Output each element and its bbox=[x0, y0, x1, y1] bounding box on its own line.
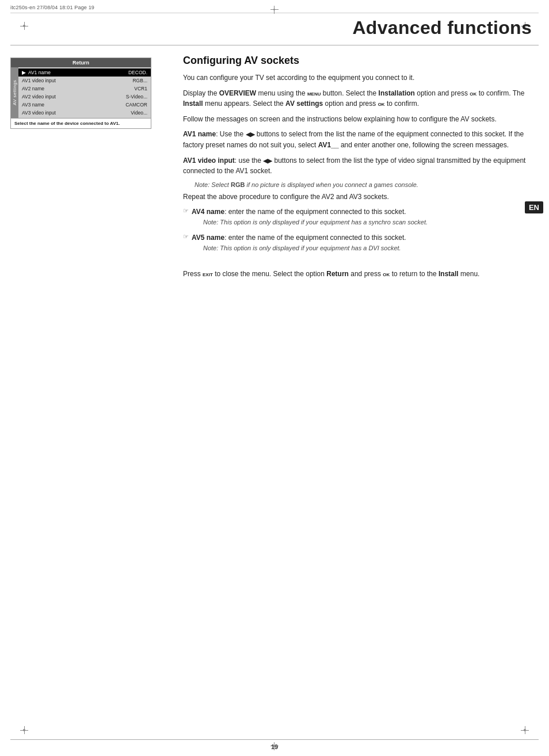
menu-item-av2-video-value: S-Video... bbox=[126, 94, 147, 100]
av1-video-heading: AV1 video input bbox=[183, 156, 235, 165]
menu-item-av1-name: ▶ AV1 name DECOD. bbox=[18, 68, 151, 77]
meta-line: itc250s-en 27/08/04 18:01 Page 19 bbox=[10, 5, 94, 10]
top-center-cross bbox=[270, 6, 279, 14]
rgb-key: RGB bbox=[231, 181, 245, 188]
para2: Follow the messages on screen and the in… bbox=[183, 114, 529, 125]
menu-screenshot: Return AV settings ▶ AV1 name DECOD. AV1… bbox=[10, 58, 177, 129]
bottom-center-cross bbox=[270, 742, 279, 750]
menu-item-av2-name-value: VCR1 bbox=[134, 86, 147, 91]
av4-note: Note: This option is only displayed if y… bbox=[203, 219, 428, 226]
menu-item-av3-name-value: CAMCOR bbox=[125, 102, 147, 108]
ok-key-1: ok bbox=[470, 90, 476, 97]
menu-item-av3-video-label: AV3 video input bbox=[22, 110, 56, 116]
install-key: Install bbox=[183, 100, 203, 108]
installation-key: Installation bbox=[379, 89, 415, 97]
av1-blank-code: AV1__ bbox=[318, 141, 339, 149]
av4-icon: ☞ bbox=[183, 207, 189, 215]
av1-video-note: Note: Select RGB if no picture is displa… bbox=[195, 181, 529, 188]
menu-items-list: ▶ AV1 name DECOD. AV1 video input RGB...… bbox=[18, 67, 151, 118]
menu-item-av3-video: AV3 video input Video... bbox=[18, 109, 151, 117]
menu-box: Return AV settings ▶ AV1 name DECOD. AV1… bbox=[10, 58, 151, 129]
av1-name-para: AV1 name: Use the ◀▶ buttons to select f… bbox=[183, 129, 529, 150]
menu-item-av2-name: AV2 name VCR1 bbox=[18, 85, 151, 93]
lr-arrows-2: ◀▶ bbox=[263, 157, 272, 164]
crosshair-top-left bbox=[20, 22, 28, 30]
repeat-text: Repeat the above procedure to configure … bbox=[183, 192, 529, 203]
menu-item-av1-name-label: ▶ AV1 name bbox=[22, 70, 51, 75]
crosshair-bottom-left bbox=[20, 726, 28, 734]
menu-item-av3-name-label: AV3 name bbox=[22, 102, 44, 108]
menu-item-av2-name-label: AV2 name bbox=[22, 86, 44, 91]
install-key-2: Install bbox=[439, 270, 459, 278]
menu-item-av1-video-label: AV1 video input bbox=[22, 78, 56, 83]
menu-header: Return bbox=[11, 58, 151, 67]
av5-name-heading: AV5 name bbox=[192, 234, 224, 242]
intro-paragraph: You can configure your TV set according … bbox=[183, 72, 529, 83]
av1-video-para: AV1 video input: use the ◀▶ buttons to s… bbox=[183, 155, 529, 177]
crosshair-bottom-right bbox=[521, 726, 529, 734]
menu-item-av1-name-value: DECOD. bbox=[128, 70, 147, 75]
ok-key-3: ok bbox=[383, 270, 390, 277]
overview-key: OVERVIEW bbox=[219, 89, 256, 97]
return-key: Return bbox=[326, 270, 349, 278]
menu-item-av1-video-value: RGB... bbox=[132, 78, 147, 83]
av5-name-para: AV5 name: enter the name of the equipmen… bbox=[192, 232, 406, 243]
av4-name-para: AV4 name: enter the name of the equipmen… bbox=[192, 207, 428, 217]
av5-icon: ☞ bbox=[183, 233, 189, 240]
av4-name-heading: AV4 name bbox=[192, 208, 224, 216]
main-content: Configuring AV sockets You can configure… bbox=[183, 55, 529, 284]
lr-arrows-1: ◀▶ bbox=[246, 131, 255, 138]
menu-item-av3-name: AV3 name CAMCOR bbox=[18, 101, 151, 109]
menu-item-av3-video-value: Video... bbox=[131, 110, 147, 116]
av4-content: AV4 name: enter the name of the equipmen… bbox=[192, 207, 428, 229]
ok-key-2: ok bbox=[378, 100, 385, 107]
menu-item-av2-video: AV2 video input S-Video... bbox=[18, 93, 151, 101]
menu-body: AV settings ▶ AV1 name DECOD. AV1 video … bbox=[11, 67, 151, 118]
title-rule bbox=[10, 45, 539, 45]
av4-block: ☞ AV4 name: enter the name of the equipm… bbox=[183, 207, 529, 229]
av1-name-heading: AV1 name bbox=[183, 130, 216, 138]
menu-item-av1-video: AV1 video input RGB... bbox=[18, 77, 151, 85]
exit-key: exit bbox=[203, 270, 213, 277]
menu-item-av2-video-label: AV2 video input bbox=[22, 94, 56, 100]
av-settings-key: AV settings bbox=[285, 100, 323, 108]
para1: Display the OVERVIEW menu using the menu… bbox=[183, 88, 529, 109]
bottom-rule bbox=[10, 739, 539, 740]
av5-note: Note: This option is only displayed if y… bbox=[203, 245, 406, 251]
menu-sidebar-label: AV settings bbox=[11, 67, 18, 118]
av5-content: AV5 name: enter the name of the equipmen… bbox=[192, 232, 406, 255]
page-title: Advanced functions bbox=[352, 17, 532, 39]
section-title: Configuring AV sockets bbox=[183, 55, 529, 67]
press-exit-para: Press exit to close the menu. Select the… bbox=[183, 269, 529, 280]
av5-block: ☞ AV5 name: enter the name of the equipm… bbox=[183, 232, 529, 255]
menu-key: menu bbox=[307, 90, 321, 97]
menu-footer: Select the name of the device connected … bbox=[11, 118, 151, 128]
